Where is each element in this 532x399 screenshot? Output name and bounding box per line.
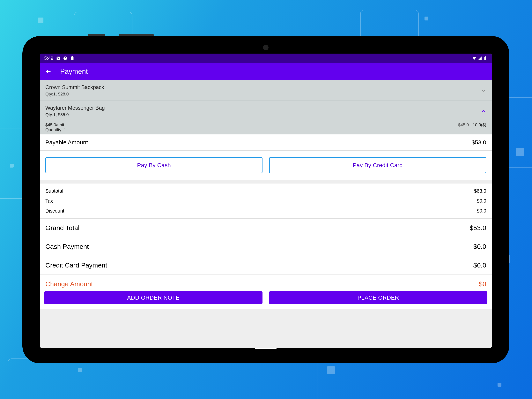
tax-value: $0.0 <box>477 198 486 204</box>
totals-block: Subtotal $63.0 Tax $0.0 Discount $0.0 <box>40 184 492 219</box>
svg-rect-5 <box>484 57 486 60</box>
discount-row: Discount $0.0 <box>40 206 492 216</box>
cart-item-sub: Qty:1, $35.0 <box>45 112 105 117</box>
card-payment-row: Credit Card Payment $0.0 <box>40 256 492 275</box>
svg-rect-6 <box>485 56 486 57</box>
discount-applied: - 10.0($) <box>469 122 486 127</box>
tablet-frame: 5:49 <box>22 36 509 363</box>
battery-icon <box>483 56 488 60</box>
change-label: Change Amount <box>45 280 93 288</box>
cash-payment-value: $0.0 <box>473 243 486 250</box>
status-circle-icon <box>63 56 67 60</box>
tax-label: Tax <box>45 198 53 204</box>
cart-item-sub: Qty:1, $28.0 <box>45 91 104 97</box>
cash-payment-label: Cash Payment <box>45 243 89 250</box>
screen: 5:49 <box>40 54 492 348</box>
svg-point-2 <box>65 57 66 58</box>
quantity: Quantity: 1 <box>45 127 66 133</box>
signal-icon <box>478 56 482 60</box>
change-value: $0 <box>479 280 486 288</box>
page-title: Payment <box>60 67 88 76</box>
svg-point-1 <box>63 57 67 60</box>
tax-row: Tax $0.0 <box>40 197 492 206</box>
subtotal-label: Subtotal <box>45 188 63 194</box>
original-price: $45.0 <box>458 122 469 127</box>
card-payment-value: $0.0 <box>473 261 486 269</box>
grand-total-row: Grand Total $53.0 <box>40 219 492 237</box>
pay-by-card-button[interactable]: Pay By Credit Card <box>269 157 486 173</box>
unit-price: $45.0/unit <box>45 122 66 127</box>
cash-payment-row: Cash Payment $0.0 <box>40 237 492 256</box>
change-amount-row: Change Amount $0 <box>40 275 492 288</box>
cart-item[interactable]: Wayfarer Messenger Bag Qty:1, $35.0 <box>40 101 492 121</box>
card-payment-label: Credit Card Payment <box>45 261 107 269</box>
content: Crown Summit Backpack Qty:1, $28.0 Wayfa… <box>40 80 492 348</box>
chevron-up-icon[interactable] <box>481 109 486 114</box>
arrow-left-icon <box>45 68 52 75</box>
cart-item-detail: $45.0/unit Quantity: 1 $45.0 - 10.0($) <box>40 121 492 135</box>
place-order-button[interactable]: PLACE ORDER <box>269 291 488 304</box>
pay-method-row: Pay By Cash Pay By Credit Card <box>40 151 492 180</box>
wifi-icon <box>472 56 476 60</box>
discount-value: $0.0 <box>477 208 486 214</box>
status-app-icon <box>56 56 60 60</box>
payable-value: $53.0 <box>472 139 486 146</box>
svg-rect-0 <box>57 57 60 60</box>
nav-pill[interactable] <box>255 348 277 349</box>
payable-label: Payable Amount <box>45 139 88 146</box>
back-button[interactable] <box>44 68 52 75</box>
add-order-note-button[interactable]: ADD ORDER NOTE <box>44 291 262 304</box>
subtotal-row: Subtotal $63.0 <box>40 186 492 197</box>
cart-item-name: Wayfarer Messenger Bag <box>45 105 105 111</box>
payable-row: Payable Amount $53.0 <box>40 135 492 151</box>
pay-by-cash-button[interactable]: Pay By Cash <box>45 157 262 173</box>
bottom-bar: ADD ORDER NOTE PLACE ORDER <box>40 288 492 309</box>
subtotal-value: $63.0 <box>474 188 486 194</box>
status-clipboard-icon <box>70 56 74 60</box>
grand-total-value: $53.0 <box>470 224 486 232</box>
svg-rect-4 <box>71 56 73 57</box>
status-time: 5:49 <box>44 56 53 61</box>
status-bar: 5:49 <box>40 54 492 63</box>
grand-total-label: Grand Total <box>45 224 79 232</box>
chevron-down-icon[interactable] <box>481 88 486 93</box>
cart-item-name: Crown Summit Backpack <box>45 84 104 90</box>
discount-label: Discount <box>45 208 64 214</box>
cart-item[interactable]: Crown Summit Backpack Qty:1, $28.0 <box>40 80 492 101</box>
app-bar: Payment <box>40 63 492 80</box>
